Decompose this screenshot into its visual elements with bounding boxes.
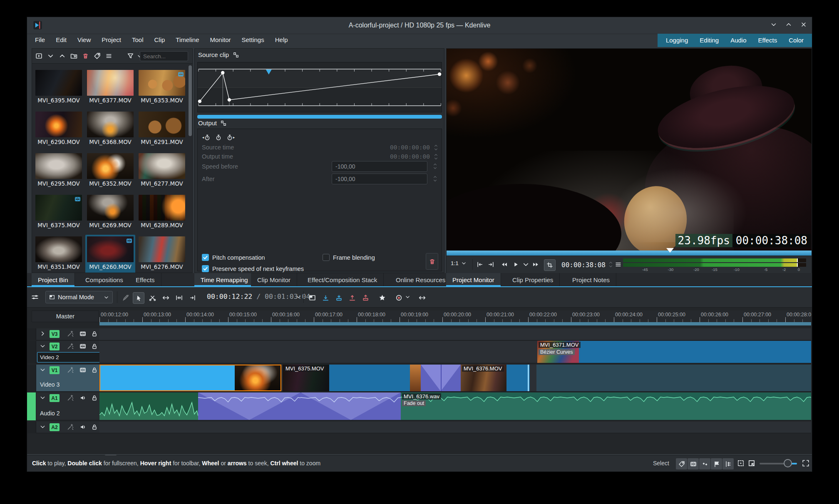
tab-project-monitor[interactable]: Project Monitor — [446, 273, 501, 286]
mute-audio-icon[interactable] — [79, 424, 86, 430]
tag-toggle-button[interactable] — [675, 458, 688, 470]
tab-effect-composition-stack[interactable]: Effect/Composition Stack — [301, 273, 384, 286]
effects-wand-icon[interactable] — [67, 330, 74, 337]
monitor-seekbar[interactable] — [447, 251, 812, 256]
favorite-effects-button[interactable] — [377, 292, 387, 303]
bin-scrollbar[interactable] — [189, 65, 192, 136]
mute-audio-icon[interactable] — [79, 395, 86, 401]
zoom-fit-button[interactable] — [737, 459, 745, 467]
tab-clip-properties[interactable]: Clip Properties — [506, 273, 560, 286]
create-folder-button[interactable] — [70, 52, 77, 60]
chevron-up-icon[interactable] — [59, 52, 66, 60]
menu-tool[interactable]: Tool — [127, 34, 149, 46]
checkbox-box[interactable] — [202, 254, 209, 261]
workspace-logging[interactable]: Logging — [660, 34, 694, 47]
minimize-button[interactable] — [770, 21, 777, 28]
monitor-zoom-select[interactable]: 1:1 — [451, 260, 467, 266]
menu-monitor[interactable]: Monitor — [204, 34, 236, 46]
bin-clip-item[interactable]: MVI_6276.MOV — [137, 235, 187, 273]
track-content-v3[interactable] — [99, 328, 811, 340]
search-input[interactable] — [140, 51, 188, 61]
track-content-a2[interactable] — [99, 422, 811, 433]
timeline-clip-plain[interactable] — [536, 365, 811, 391]
zoom-fit-button[interactable] — [174, 292, 184, 303]
chevron-down-icon[interactable] — [40, 395, 46, 401]
spinner[interactable] — [432, 174, 437, 183]
lock-icon[interactable] — [91, 330, 98, 337]
resize-tool-button[interactable] — [187, 292, 198, 303]
maximize-button[interactable] — [785, 21, 792, 28]
zoom-out-button[interactable] — [748, 459, 755, 467]
effects-wand-icon[interactable] — [67, 424, 74, 430]
play-button[interactable] — [512, 261, 519, 268]
show-video-icon[interactable] — [79, 367, 86, 373]
zone-mode-button[interactable] — [544, 259, 556, 271]
master-track-button[interactable]: Master — [32, 310, 99, 322]
titlebar[interactable]: A-colorful-project / HD 1080p 25 fps — K… — [27, 17, 812, 34]
audio-mix-fade-1[interactable] — [198, 392, 300, 420]
play-chevron-icon[interactable] — [522, 261, 529, 268]
workspace-editing[interactable]: Editing — [694, 34, 725, 47]
menu-file[interactable]: File — [30, 34, 50, 46]
keyframes-toggle-button[interactable] — [699, 458, 711, 470]
menu-project[interactable]: Project — [96, 34, 127, 46]
split-view-button[interactable] — [307, 292, 318, 303]
extract-zone-button[interactable] — [347, 292, 357, 303]
tag-button[interactable] — [94, 52, 101, 60]
monitor-menu-button[interactable] — [615, 261, 622, 268]
tab-time-remapping[interactable]: Time Remapping — [194, 273, 255, 286]
razor-tool-button[interactable] — [147, 292, 158, 303]
workspace-effects[interactable]: Effects — [752, 34, 783, 47]
tab-clip-monitor[interactable]: Clip Monitor — [251, 273, 297, 286]
lock-icon[interactable] — [91, 343, 98, 350]
bin-clip-item[interactable]: MVI_6377.MOV — [85, 68, 135, 108]
lock-icon[interactable] — [91, 395, 98, 401]
checkbox-frame-blending[interactable]: Frame blending — [323, 254, 375, 261]
track-target-strip[interactable] — [27, 341, 36, 363]
checkbox-pitch-compensation[interactable]: Pitch compensation — [202, 254, 265, 261]
spacer-tool-button[interactable] — [160, 292, 171, 303]
keyframe-prev-button[interactable]: ◂ — [201, 132, 212, 142]
bin-clip-item[interactable]: MVI_6368.MOV — [85, 110, 135, 150]
track-content-v2[interactable]: MVI_6371.MOVBézier Curves — [99, 341, 811, 363]
clip-mix-transition[interactable] — [421, 365, 461, 391]
record-button[interactable] — [393, 292, 404, 303]
remap-curve-editor[interactable] — [197, 62, 442, 112]
track-head-v2[interactable]: V2 — [36, 341, 99, 363]
timeline-clip-mvi6375[interactable]: MVI_6375.MOV — [283, 365, 421, 391]
forward-button[interactable] — [532, 261, 539, 268]
checkbox-preserve-speed-of-next-keyframes[interactable]: Preserve speed of next keyframes — [202, 265, 304, 272]
track-head-v3[interactable]: V3 — [36, 328, 99, 340]
spinner[interactable] — [433, 143, 438, 152]
timeline-mode-select[interactable]: Normal Mode — [45, 291, 113, 303]
timeline-ruler[interactable]: 00:00:12:0000:00:13:0000:00:14:0000:00:1… — [99, 310, 811, 322]
zone-out-button[interactable] — [487, 261, 494, 268]
spinner[interactable] — [433, 152, 438, 161]
track-name-input[interactable] — [37, 352, 103, 362]
keyframe-next-button[interactable]: ▸ — [225, 132, 236, 142]
field-input[interactable]: -100,00 — [332, 161, 427, 172]
filter-button[interactable] — [127, 52, 134, 60]
menu-button[interactable] — [105, 52, 112, 60]
track-target-strip[interactable] — [27, 392, 36, 420]
timeline-clip-selected[interactable] — [99, 365, 281, 391]
effects-wand-icon[interactable] — [67, 367, 74, 373]
bin-clip-item[interactable]: MVI_6289.MOV — [137, 193, 187, 233]
tab-project-notes[interactable]: Project Notes — [566, 273, 616, 286]
snap-toggle-button[interactable] — [722, 458, 734, 470]
delete-keyframe-button[interactable] — [426, 253, 438, 270]
menu-edit[interactable]: Edit — [50, 34, 72, 46]
bin-clip-item[interactable]: MVI_6291.MOV — [137, 110, 187, 150]
bin-clip-item[interactable]: MVI_6351.MOV — [34, 235, 84, 273]
show-video-icon[interactable] — [79, 330, 86, 337]
track-content-v1[interactable]: MVI_6375.MOVMVI_6376.MOV — [99, 365, 811, 392]
mixer-toggle-button[interactable] — [417, 292, 427, 303]
zoom-slider-handle[interactable] — [784, 459, 792, 467]
chevron-down-icon[interactable] — [40, 343, 46, 349]
bin-clip-item[interactable]: MVI_6277.MOV — [137, 151, 187, 191]
chevron-down-icon[interactable] — [461, 261, 467, 266]
track-head-a1[interactable]: A1Audio 2 — [36, 392, 99, 420]
bin-clip-item[interactable]: MVI_6260.MOV — [85, 235, 135, 273]
track-target-strip[interactable] — [27, 365, 36, 392]
chevron-down-icon[interactable] — [47, 52, 54, 60]
